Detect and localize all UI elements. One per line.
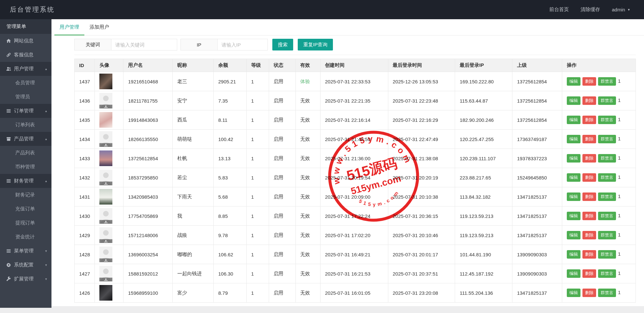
edit-button[interactable]: 编辑 bbox=[567, 289, 580, 297]
ip-input[interactable] bbox=[218, 39, 268, 50]
delete-button[interactable]: 删除 bbox=[582, 96, 596, 105]
keyword-input[interactable] bbox=[111, 39, 177, 50]
sidebar-item-withdraw-orders[interactable]: 提现订单 bbox=[0, 216, 51, 230]
frontend-home-link[interactable]: 前台首页 bbox=[549, 7, 569, 13]
edit-button[interactable]: 编辑 bbox=[567, 192, 580, 201]
sidebar-item-service-info[interactable]: 客服信息 bbox=[0, 48, 51, 62]
sidebar-item-label: 会员管理 bbox=[15, 80, 35, 86]
sidebar-item-menu-management[interactable]: 菜单管理▼ bbox=[0, 244, 51, 258]
sidebar-item-label: 系统配置 bbox=[14, 262, 34, 268]
duplicate-ip-button[interactable]: 重复IP查询 bbox=[298, 39, 333, 50]
cell-status: 启用 bbox=[269, 187, 295, 206]
cell-balance: 13.13 bbox=[214, 149, 247, 168]
edit-button[interactable]: 编辑 bbox=[567, 269, 580, 278]
home-icon bbox=[6, 38, 11, 43]
cell-username: 15881592012 bbox=[123, 264, 173, 283]
sidebar-item-user-management[interactable]: 用户管理▲ bbox=[0, 62, 51, 76]
edit-button[interactable]: 编辑 bbox=[567, 231, 580, 239]
delete-button[interactable]: 删除 bbox=[582, 192, 596, 201]
tab-add-user[interactable]: 添加用户 bbox=[84, 19, 114, 35]
sidebar-item-label: 网站信息 bbox=[14, 38, 34, 44]
cell-actions: 编辑删除群禁言1 bbox=[562, 168, 636, 187]
cell-last-login-time: 2025-07-31 20:10:46 bbox=[388, 226, 455, 245]
delete-button[interactable]: 删除 bbox=[582, 173, 596, 182]
sidebar-item-member-management[interactable]: 会员管理 bbox=[0, 76, 51, 90]
delete-button[interactable]: 删除 bbox=[582, 250, 596, 259]
sidebar-item-system-config[interactable]: 系统配置▼ bbox=[0, 258, 51, 272]
table-header-row: ID头像用户名昵称余额等级状态有效创建时间最后登录时间最后登录IP上级操作 bbox=[75, 59, 636, 72]
edit-button[interactable]: 编辑 bbox=[567, 77, 580, 86]
edit-button[interactable]: 编辑 bbox=[567, 154, 580, 163]
admin-user-menu[interactable]: admin ▼ bbox=[612, 7, 630, 12]
column-header: 头像 bbox=[95, 59, 123, 72]
default-avatar bbox=[99, 247, 112, 262]
mute-button[interactable]: 群禁言 bbox=[598, 77, 616, 86]
sidebar-item-site-info[interactable]: 网站信息 bbox=[0, 34, 51, 48]
cell-avatar bbox=[95, 130, 123, 149]
edit-button[interactable]: 编辑 bbox=[567, 96, 580, 105]
delete-button[interactable]: 删除 bbox=[582, 154, 596, 163]
delete-button[interactable]: 删除 bbox=[582, 269, 596, 278]
mute-button[interactable]: 群禁言 bbox=[598, 154, 616, 163]
default-avatar bbox=[99, 227, 112, 243]
cell-balance: 106.62 bbox=[214, 245, 247, 264]
edit-button[interactable]: 编辑 bbox=[567, 116, 580, 124]
tab-user-management[interactable]: 用户管理 bbox=[54, 19, 84, 35]
table-row: 143618211781755安宁7.351启用无效2025-07-31 22:… bbox=[75, 91, 636, 110]
mute-button[interactable]: 群禁言 bbox=[598, 212, 616, 220]
cell-actions: 编辑删除群禁言1 bbox=[562, 283, 636, 303]
mute-button[interactable]: 群禁言 bbox=[598, 192, 616, 201]
sidebar-item-currency-management[interactable]: 币种管理 bbox=[0, 160, 51, 174]
cell-balance: 2905.21 bbox=[214, 72, 247, 91]
cell-nickname: 安宁 bbox=[173, 91, 214, 110]
sidebar-item-extension-management[interactable]: 扩展管理▼ bbox=[0, 272, 51, 286]
mute-button[interactable]: 群禁言 bbox=[598, 135, 616, 143]
mute-button[interactable]: 群禁言 bbox=[598, 96, 616, 105]
sidebar-item-label: 扩展管理 bbox=[14, 276, 34, 282]
default-avatar bbox=[99, 266, 112, 281]
sidebar-item-order-list[interactable]: 订单列表 bbox=[0, 118, 51, 132]
cell-level: 1 bbox=[246, 130, 269, 149]
delete-button[interactable]: 删除 bbox=[582, 77, 596, 86]
edit-button[interactable]: 编辑 bbox=[567, 250, 580, 259]
sidebar-item-product-management[interactable]: 产品管理▲ bbox=[0, 132, 51, 146]
column-header: 最后登录IP bbox=[455, 59, 512, 72]
search-button[interactable]: 搜索 bbox=[272, 39, 293, 50]
cell-created-time: 2025-07-31 22:21:35 bbox=[320, 91, 388, 110]
delete-button[interactable]: 删除 bbox=[582, 289, 596, 297]
cell-last-login-time: 2025-07-31 20:10:38 bbox=[388, 187, 455, 206]
sidebar-item-finance-records[interactable]: 财务记录 bbox=[0, 188, 51, 202]
cell-id: 1429 bbox=[75, 226, 95, 245]
delete-button[interactable]: 删除 bbox=[582, 212, 596, 220]
cell-username: 18537295850 bbox=[123, 168, 173, 187]
sidebar-item-order-management[interactable]: 订单管理▲ bbox=[0, 104, 51, 118]
mute-button[interactable]: 群禁言 bbox=[598, 116, 616, 124]
cell-last-login-ip: 119.123.59.213 bbox=[455, 206, 512, 226]
cell-created-time: 2025-07-31 20:09:00 bbox=[320, 187, 388, 206]
clear-cache-link[interactable]: 清除缓存 bbox=[580, 7, 600, 13]
mute-button[interactable]: 群禁言 bbox=[598, 173, 616, 182]
user-avatar bbox=[99, 112, 112, 128]
mute-button[interactable]: 群禁言 bbox=[598, 250, 616, 259]
sidebar-item-funds-statistics[interactable]: 资金统计 bbox=[0, 230, 51, 244]
sidebar-item-product-list[interactable]: 产品列表 bbox=[0, 146, 51, 160]
cell-last-login-ip: 115.63.44.87 bbox=[455, 91, 512, 110]
sidebar-item-recharge-orders[interactable]: 充值订单 bbox=[0, 202, 51, 216]
delete-button[interactable]: 删除 bbox=[582, 116, 596, 124]
cell-parent: 13471825137 bbox=[512, 206, 562, 226]
sidebar-item-finance-management[interactable]: 财务管理▲ bbox=[0, 174, 51, 188]
mute-button[interactable]: 群禁言 bbox=[598, 231, 616, 239]
cell-level: 1 bbox=[246, 283, 269, 303]
edit-button[interactable]: 编辑 bbox=[567, 173, 580, 182]
cell-last-login-ip: 112.45.187.192 bbox=[455, 264, 512, 283]
delete-button[interactable]: 删除 bbox=[582, 231, 596, 239]
sidebar-item-administrators[interactable]: 管理员 bbox=[0, 90, 51, 104]
delete-button[interactable]: 删除 bbox=[582, 135, 596, 143]
mute-button[interactable]: 群禁言 bbox=[598, 269, 616, 278]
edit-button[interactable]: 编辑 bbox=[567, 212, 580, 220]
mute-button[interactable]: 群禁言 bbox=[598, 289, 616, 297]
cell-level: 1 bbox=[246, 206, 269, 226]
edit-button[interactable]: 编辑 bbox=[567, 135, 580, 143]
cell-nickname: 下雨天 bbox=[173, 187, 214, 206]
cell-valid: 无效 bbox=[295, 91, 320, 110]
